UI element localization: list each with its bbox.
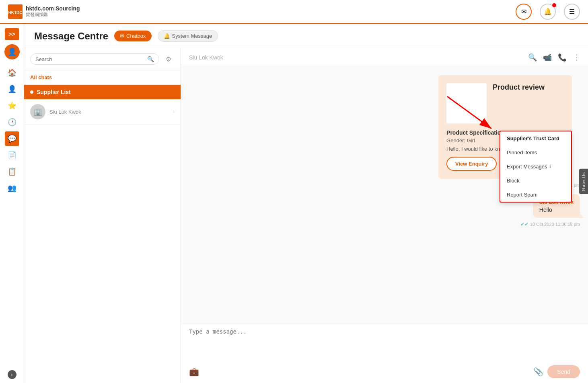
chat-avatar: 🏢 <box>30 104 45 119</box>
attachment-button[interactable]: 💼 <box>189 367 199 377</box>
bell-icon: 🔔 <box>544 8 552 15</box>
send-actions: 📎 Send <box>533 365 580 378</box>
hamburger-icon: ☰ <box>569 8 575 15</box>
input-area: 💼 📎 Send <box>181 323 588 383</box>
expand-button[interactable]: >> <box>5 28 19 40</box>
dropdown-item-block[interactable]: Block <box>500 174 571 188</box>
send-button[interactable]: Send <box>547 365 580 378</box>
sidebar-item-chat[interactable]: 💬 <box>5 131 19 146</box>
svg-text:HKTDC: HKTDC <box>8 10 23 15</box>
product-card-inner: Product review <box>446 83 564 123</box>
app-name: hktdc.com Sourcing <box>26 5 80 12</box>
sidebar-item-user[interactable]: 👤 <box>5 82 19 96</box>
main-layout: >> 👤 🏠 👤 ⭐ 🕐 💬 📄 📋 👥 i Message Centre ✉ … <box>0 24 588 383</box>
dropdown-item-report-spam[interactable]: Report Spam <box>500 188 571 202</box>
search-input[interactable] <box>35 56 147 62</box>
product-review-title: Product review <box>493 83 545 92</box>
logo-text: hktdc.com Sourcing 貿發網採購 <box>26 5 80 18</box>
mail-icon: ✉ <box>521 8 526 15</box>
product-image <box>446 83 487 123</box>
dropdown-item-suppliers-trust-card[interactable]: Supplier's Trust Card <box>500 131 571 145</box>
hamburger-button[interactable]: ☰ <box>564 4 580 20</box>
chat-list-item[interactable]: 🏢 Siu Lok Kwok › <box>24 99 181 125</box>
briefcase-icon: 💼 <box>189 367 199 377</box>
sidebar-item-home[interactable]: 🏠 <box>5 66 19 80</box>
header-right: ✉ 🔔 ☰ <box>516 4 580 20</box>
chat-header: Siu Lok Kwok 🔍 📹 📞 ⋮ <box>181 48 588 67</box>
search-input-wrap[interactable]: 🔍 <box>30 53 159 65</box>
settings-button[interactable]: ⚙ <box>162 53 175 65</box>
paperclip-icon[interactable]: 📎 <box>533 367 543 377</box>
info-badge[interactable]: i <box>8 370 16 379</box>
system-message-bell-icon: 🔔 <box>164 33 170 39</box>
rate-us-tab[interactable]: Rate Us <box>579 169 588 194</box>
chat-contact-name: Siu Lok Kwok <box>189 54 223 61</box>
sidebar-item-history[interactable]: 🕐 <box>5 115 19 129</box>
user-avatar-icon: 👤 <box>8 47 16 56</box>
phone-icon[interactable]: 📞 <box>558 53 567 62</box>
notification-badge <box>552 3 556 7</box>
sidebar-item-document[interactable]: 📄 <box>5 148 19 162</box>
left-panel: 🔍 ⚙ All chats Supplier List 🏢 Siu Lok Kw… <box>24 48 181 383</box>
double-check-icon-2: ✔✔ <box>520 221 528 227</box>
message-input[interactable] <box>189 328 580 360</box>
dropdown-menu: Supplier's Trust Card Pinned items Expor… <box>500 131 572 203</box>
search-chat-icon[interactable]: 🔍 <box>528 53 537 62</box>
search-icon: 🔍 <box>147 56 154 62</box>
product-info: Product review <box>493 83 545 96</box>
sidebar-item-team[interactable]: 👥 <box>5 181 19 195</box>
message-timestamp-2: ✔✔ 10 Oct 2020 11:36:19 pm <box>520 221 580 227</box>
tab-chatbox[interactable]: ✉ Chatbox <box>114 31 151 41</box>
building-icon: 🏢 <box>33 107 42 116</box>
page-header: Message Centre ✉ Chatbox 🔔 System Messag… <box>24 24 588 48</box>
export-info-icon: ℹ <box>549 164 551 169</box>
dropdown-item-pinned-items[interactable]: Pinned items <box>500 145 571 160</box>
chatbox-envelope-icon: ✉ <box>120 33 124 39</box>
chat-header-actions: 🔍 📹 📞 ⋮ <box>528 53 580 62</box>
icon-sidebar: >> 👤 🏠 👤 ⭐ 🕐 💬 📄 📋 👥 i <box>0 24 24 383</box>
msg-text: Hello <box>539 207 574 213</box>
bell-button[interactable]: 🔔 <box>540 4 556 20</box>
input-bottom: 💼 📎 Send <box>189 362 580 378</box>
page-title: Message Centre <box>34 31 108 42</box>
mail-button[interactable]: ✉ <box>516 4 532 20</box>
content-area: Message Centre ✉ Chatbox 🔔 System Messag… <box>24 24 588 383</box>
sidebar-item-list[interactable]: 📋 <box>5 164 19 179</box>
dropdown-item-export-messages[interactable]: Export Messages ℹ <box>500 160 571 174</box>
logo-area: HKTDC hktdc.com Sourcing 貿發網採購 <box>8 4 80 19</box>
supplier-list-item[interactable]: Supplier List <box>24 85 181 99</box>
right-panel: Siu Lok Kwok 🔍 📹 📞 ⋮ <box>181 48 588 383</box>
chat-name: Siu Lok Kwok <box>49 109 169 115</box>
search-area: 🔍 ⚙ <box>24 48 181 70</box>
top-header: HKTDC hktdc.com Sourcing 貿發網採購 ✉ 🔔 ☰ <box>0 0 588 24</box>
sidebar-item-star[interactable]: ⭐ <box>5 98 19 113</box>
video-call-icon[interactable]: 📹 <box>543 53 552 62</box>
chat-arrow-icon: › <box>173 109 175 115</box>
hktdc-logo-icon: HKTDC <box>8 4 23 19</box>
all-chats-label: All chats <box>24 70 181 85</box>
view-enquiry-button[interactable]: View Enquiry <box>446 157 497 171</box>
message-content: 🔍 ⚙ All chats Supplier List 🏢 Siu Lok Kw… <box>24 48 588 383</box>
orange-dot-icon <box>30 90 33 94</box>
app-subtitle: 貿發網採購 <box>26 12 80 18</box>
user-avatar[interactable]: 👤 <box>4 44 20 59</box>
tab-system-message[interactable]: 🔔 System Message <box>158 30 218 42</box>
more-options-button[interactable]: ⋮ <box>573 53 580 62</box>
